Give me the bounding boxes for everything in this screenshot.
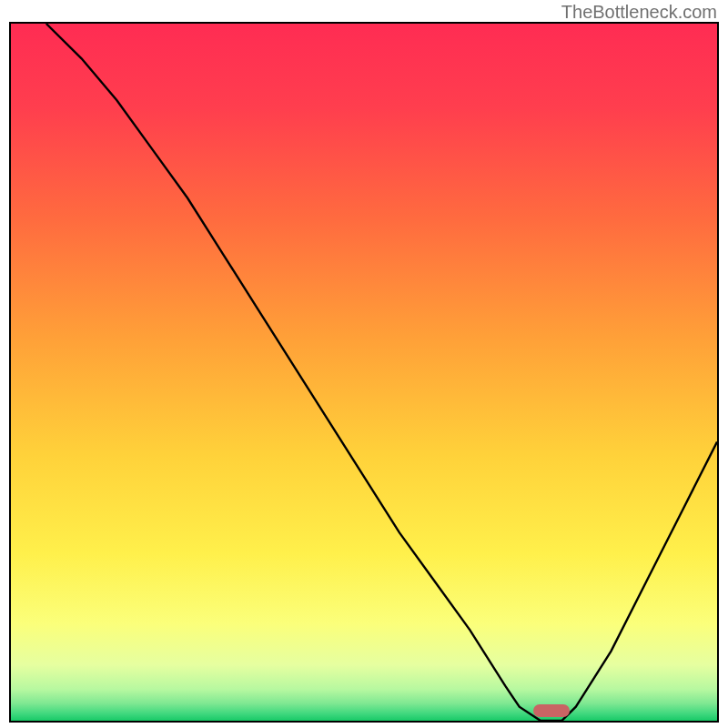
gradient-background xyxy=(11,24,717,721)
optimal-marker xyxy=(533,704,570,717)
chart-frame xyxy=(9,22,719,723)
bottleneck-chart xyxy=(11,24,717,721)
watermark-text: TheBottleneck.com xyxy=(561,2,717,23)
